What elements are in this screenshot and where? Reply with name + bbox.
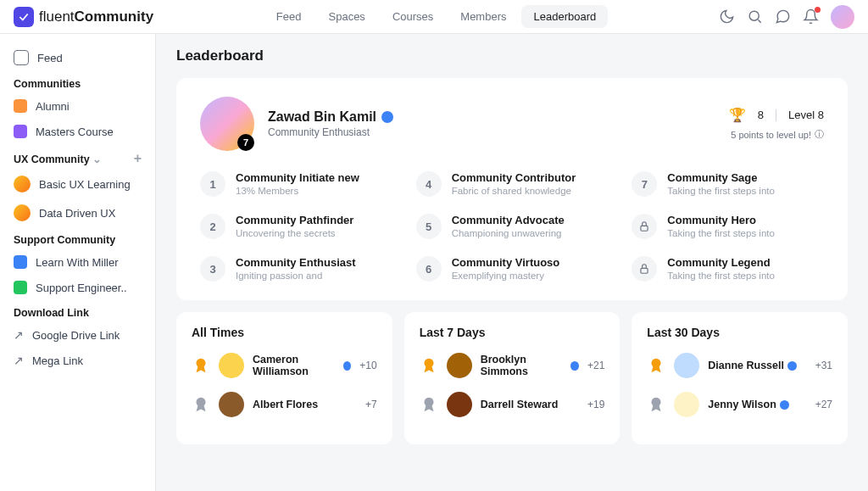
svg-point-4 [197, 398, 206, 407]
brand-logo[interactable]: fluentCommunity [14, 7, 153, 27]
row-avatar [674, 353, 699, 378]
topnav-courses[interactable]: Courses [381, 5, 445, 28]
tier-number: 6 [416, 256, 442, 282]
svg-point-8 [652, 398, 661, 407]
tier-number: 7 [632, 171, 657, 197]
row-name: Darrell Steward [481, 399, 579, 410]
levelup-text: 5 points to level up! ⓘ [729, 128, 824, 141]
tiers-grid: 1Community Initiate new13% Members4Commu… [200, 171, 824, 282]
svg-point-5 [424, 359, 433, 368]
leaderboards: All TimesCameron Williamson+10Albert Flo… [176, 312, 848, 444]
svg-point-6 [424, 398, 433, 407]
tier-number: 1 [200, 171, 225, 197]
row-name: Brooklyn Simmons [481, 354, 579, 377]
board: Last 30 DaysDianne Russell+31Jenny Wilso… [632, 312, 848, 444]
topnav-members[interactable]: Members [448, 5, 518, 28]
svg-point-0 [749, 11, 759, 20]
bell-icon[interactable] [803, 8, 819, 25]
board: Last 7 DaysBrooklyn Simmons+21Darrell St… [404, 312, 620, 444]
level-value: Level 8 [788, 109, 824, 121]
section-communities: Communities [7, 71, 148, 93]
tier-subtitle: Uncovering the secrets [236, 228, 353, 238]
section-download: Download Link [7, 300, 148, 322]
tier-subtitle: Igniting passion and [236, 271, 356, 281]
topbar: fluentCommunity FeedSpacesCoursesMembers… [0, 0, 868, 34]
sidebar-item[interactable]: Support Engineer.. [7, 275, 148, 300]
content-area: Leaderboard 7 Zawad Bin Kamil Community … [156, 34, 868, 491]
tier-subtitle: Taking the first steps into [667, 186, 775, 196]
top-nav: FeedSpacesCoursesMembersLeaderboard [264, 5, 608, 28]
tier-title: Community Hero [667, 214, 775, 226]
tier-subtitle: Taking the first steps into [667, 228, 775, 238]
chat-icon[interactable] [775, 8, 791, 25]
brand-bold: Community [75, 8, 154, 25]
tier-item: 4Community ContributorFabric of shared k… [416, 171, 609, 197]
sidebar-item[interactable]: Alumni [7, 93, 148, 119]
medal-icon [420, 395, 438, 414]
board-title: Last 30 Days [647, 326, 832, 339]
topnav-spaces[interactable]: Spaces [317, 5, 377, 28]
verified-icon [780, 400, 789, 410]
tier-number: 2 [200, 214, 225, 239]
tier-number: 3 [200, 256, 225, 282]
top-actions [719, 5, 854, 29]
medal-icon [647, 356, 665, 375]
info-icon[interactable]: ⓘ [815, 128, 824, 141]
row-avatar [447, 353, 472, 378]
topnav-leaderboard[interactable]: Leaderboard [521, 5, 608, 28]
medal-icon [420, 356, 438, 375]
row-avatar [219, 392, 244, 417]
board-row[interactable]: Cameron Williamson+10 [192, 353, 377, 378]
tier-item: 6Community VirtuosoExemplifying mastery [416, 256, 609, 282]
verified-icon [787, 361, 797, 371]
sidebar-item[interactable]: Learn With Miller [7, 249, 148, 275]
profile-card: 7 Zawad Bin Kamil Community Enthusiast 🏆… [176, 78, 848, 300]
topnav-feed[interactable]: Feed [264, 5, 314, 28]
user-avatar[interactable] [831, 5, 854, 29]
tier-title: Community Contributor [452, 171, 576, 184]
sidebar-item[interactable]: ↗Google Drive Link [7, 322, 148, 348]
tier-item: 3Community EnthusiastIgniting passion an… [200, 256, 392, 282]
profile-name: Zawad Bin Kamil [268, 109, 393, 125]
board-row[interactable]: Darrell Steward+19 [420, 392, 605, 417]
medal-icon [192, 395, 210, 414]
lock-icon [632, 256, 657, 282]
svg-rect-1 [641, 226, 648, 231]
board-row[interactable]: Jenny Wilson+27 [647, 392, 832, 417]
page-title: Leaderboard [176, 47, 848, 64]
plus-icon[interactable]: + [134, 151, 142, 166]
row-avatar [674, 392, 699, 417]
row-points: +10 [359, 360, 376, 371]
row-name: Dianne Russell [708, 360, 806, 371]
section-support: Support Community [7, 227, 148, 249]
sidebar: Feed Communities AlumniMasters Course UX… [0, 34, 156, 491]
svg-point-7 [652, 359, 661, 368]
board-title: All Times [192, 326, 377, 339]
arrow-icon: ↗ [14, 354, 24, 367]
board-row[interactable]: Brooklyn Simmons+21 [420, 353, 605, 378]
sidebar-item[interactable]: ↗Mega Link [7, 348, 148, 373]
section-ux[interactable]: UX Community ⌄ + [7, 144, 148, 170]
tier-item: Community LegendTaking the first steps i… [632, 256, 824, 282]
sidebar-item[interactable]: Basic UX Learning [7, 170, 148, 198]
sidebar-feed[interactable]: Feed [7, 44, 148, 71]
logo-icon [14, 7, 34, 27]
tier-item: 2Community PathfinderUncovering the secr… [200, 214, 392, 239]
tier-title: Community Advocate [452, 214, 565, 226]
medal-icon [192, 356, 210, 375]
theme-icon[interactable] [719, 8, 735, 25]
tier-number: 5 [416, 214, 442, 239]
verified-icon [570, 361, 579, 371]
chevron-down-icon: ⌄ [92, 153, 102, 165]
svg-rect-2 [641, 268, 648, 273]
row-avatar [447, 392, 472, 417]
board-row[interactable]: Dianne Russell+31 [647, 353, 832, 378]
sidebar-item[interactable]: Data Driven UX [7, 198, 148, 227]
sidebar-item[interactable]: Masters Course [7, 119, 148, 144]
tier-item: Community HeroTaking the first steps int… [632, 214, 824, 239]
tier-subtitle: Fabric of shared knowledge [452, 186, 576, 196]
board-row[interactable]: Albert Flores+7 [192, 392, 377, 417]
home-icon [14, 50, 29, 65]
avatar-badge: 7 [237, 134, 254, 151]
search-icon[interactable] [747, 8, 763, 25]
